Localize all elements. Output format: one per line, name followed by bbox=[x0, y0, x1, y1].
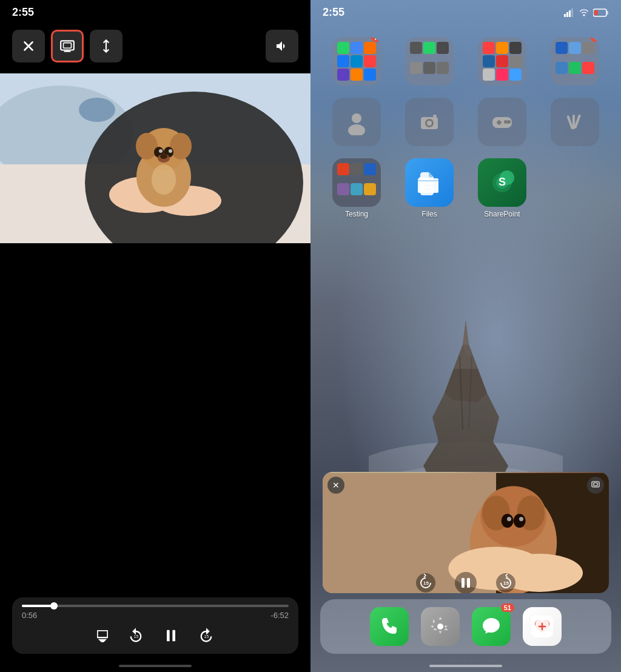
dock: 51 bbox=[320, 599, 611, 654]
right-status-icons bbox=[564, 8, 609, 17]
wifi-icon bbox=[579, 8, 589, 17]
pip-pause-button[interactable] bbox=[454, 571, 478, 593]
playback-buttons-row: 15 15 bbox=[22, 625, 289, 647]
black-spacer bbox=[0, 243, 310, 468]
app-folder-3[interactable] bbox=[471, 37, 534, 86]
svg-point-64 bbox=[519, 517, 523, 521]
svg-point-11 bbox=[170, 133, 192, 160]
dock-messages[interactable]: 51 bbox=[472, 607, 511, 646]
app-testing-folder[interactable]: Testing bbox=[325, 158, 388, 218]
app-folder-1[interactable]: 77 bbox=[325, 37, 388, 86]
svg-rect-68 bbox=[594, 483, 597, 486]
svg-rect-29 bbox=[564, 14, 566, 17]
left-video-panel: 2:55 bbox=[0, 0, 310, 672]
svg-rect-1 bbox=[64, 43, 72, 49]
forward-15-button[interactable]: 15 bbox=[198, 627, 215, 644]
left-controls-bar bbox=[0, 25, 310, 67]
video-display bbox=[0, 73, 310, 243]
app-grid-row1: 77 bbox=[310, 25, 621, 98]
svg-point-15 bbox=[169, 149, 172, 153]
signal-icon bbox=[564, 8, 575, 17]
left-home-indicator bbox=[119, 665, 192, 667]
pip-video-frame: ✕ 15 bbox=[323, 472, 609, 593]
svg-rect-30 bbox=[566, 12, 568, 17]
time-display: 0:56 -6:52 bbox=[22, 611, 289, 620]
current-time: 0:56 bbox=[22, 611, 37, 620]
app-grid-row2 bbox=[310, 98, 621, 156]
left-status-bar: 2:55 bbox=[0, 0, 310, 25]
svg-point-38 bbox=[348, 124, 365, 135]
svg-point-41 bbox=[427, 121, 432, 126]
app-sharepoint[interactable]: S SharePoint bbox=[471, 158, 534, 218]
screen-mirror-button[interactable] bbox=[51, 30, 84, 62]
badge-1: 1 bbox=[591, 37, 599, 42]
svg-text:15: 15 bbox=[503, 580, 509, 586]
svg-point-61 bbox=[502, 514, 514, 528]
play-pause-button[interactable] bbox=[163, 627, 180, 644]
svg-point-10 bbox=[136, 133, 158, 160]
dock-phone[interactable] bbox=[370, 607, 409, 646]
svg-rect-35 bbox=[606, 11, 608, 15]
video-frame bbox=[0, 73, 310, 243]
dock-settings[interactable] bbox=[421, 607, 460, 646]
pip-rewind-button[interactable]: 15 bbox=[415, 572, 437, 593]
svg-rect-20 bbox=[98, 631, 108, 637]
svg-rect-23 bbox=[172, 630, 175, 642]
app-grid-row3: Testing Files bbox=[310, 156, 621, 228]
dock-health[interactable] bbox=[523, 607, 562, 646]
progress-bar[interactable] bbox=[22, 605, 289, 607]
svg-rect-72 bbox=[462, 578, 465, 588]
svg-point-18 bbox=[152, 164, 176, 195]
svg-point-71 bbox=[455, 572, 477, 593]
svg-text:15: 15 bbox=[204, 634, 209, 639]
badge-77: 77 bbox=[371, 37, 381, 42]
pip-video-overlay: ✕ 15 bbox=[323, 472, 609, 593]
svg-point-37 bbox=[352, 113, 361, 123]
messages-badge: 51 bbox=[501, 603, 514, 612]
svg-rect-22 bbox=[167, 630, 170, 642]
resize-button[interactable] bbox=[90, 30, 123, 62]
pip-close-button[interactable]: ✕ bbox=[327, 477, 344, 494]
pip-expand-button[interactable] bbox=[587, 477, 604, 494]
svg-rect-0 bbox=[61, 41, 74, 50]
close-button[interactable] bbox=[12, 30, 45, 62]
svg-point-47 bbox=[507, 120, 511, 124]
rewind-15-button[interactable]: 15 bbox=[127, 627, 144, 644]
svg-rect-31 bbox=[569, 10, 571, 17]
svg-point-14 bbox=[159, 149, 163, 153]
svg-rect-42 bbox=[433, 115, 437, 117]
app-folder-camera[interactable] bbox=[398, 98, 461, 146]
app-folder-games[interactable] bbox=[471, 98, 534, 146]
right-home-screen: 2:55 bbox=[310, 0, 621, 672]
battery-icon bbox=[593, 8, 609, 17]
right-time: 2:55 bbox=[323, 6, 344, 19]
svg-rect-36 bbox=[594, 10, 598, 15]
svg-point-17 bbox=[160, 154, 167, 159]
playback-controls: 0:56 -6:52 15 15 bbox=[12, 597, 298, 654]
app-files[interactable]: Files bbox=[398, 158, 461, 218]
app-folder-2[interactable] bbox=[398, 37, 461, 86]
app-folder-4[interactable]: 1 bbox=[543, 37, 606, 86]
app-folder-tools[interactable] bbox=[543, 98, 606, 146]
svg-rect-73 bbox=[467, 578, 470, 588]
svg-point-63 bbox=[507, 517, 511, 521]
sharepoint-label: SharePoint bbox=[484, 210, 520, 218]
airplay-button[interactable] bbox=[96, 629, 109, 642]
svg-point-62 bbox=[514, 514, 526, 528]
volume-button[interactable] bbox=[266, 30, 298, 62]
pip-playback-controls: 15 15 bbox=[323, 571, 609, 593]
testing-label: Testing bbox=[345, 210, 368, 218]
left-time: 2:55 bbox=[12, 6, 34, 19]
svg-text:S: S bbox=[498, 176, 506, 188]
remaining-time: -6:52 bbox=[270, 611, 289, 620]
pip-forward-button[interactable]: 15 bbox=[495, 572, 517, 593]
svg-text:15: 15 bbox=[134, 634, 139, 639]
empty-slot bbox=[543, 158, 606, 218]
right-status-bar: 2:55 bbox=[310, 0, 621, 25]
svg-point-33 bbox=[583, 14, 585, 16]
app-folder-person[interactable] bbox=[325, 98, 388, 146]
svg-text:15: 15 bbox=[423, 580, 429, 586]
svg-rect-32 bbox=[571, 8, 573, 17]
files-label: Files bbox=[421, 210, 437, 218]
svg-point-76 bbox=[437, 623, 443, 630]
